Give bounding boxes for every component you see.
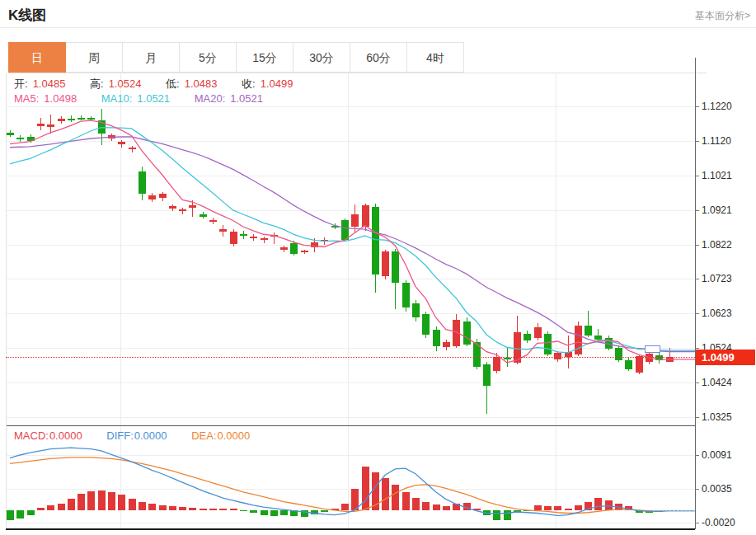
diff-line xyxy=(10,448,695,515)
y-tick xyxy=(695,106,699,107)
y-tick-label: 1.0921 xyxy=(702,204,732,216)
last-price-line xyxy=(6,357,695,358)
low-value: 1.0483 xyxy=(185,77,218,90)
ma10-label: MA10: xyxy=(101,92,133,105)
y-tick-label: 1.0822 xyxy=(702,239,732,251)
open-value: 1.0485 xyxy=(33,77,66,90)
current-candle-marker xyxy=(645,345,660,353)
ma10-value: 1.0521 xyxy=(137,92,170,105)
chart-bottom-border xyxy=(6,528,695,530)
ma20-line xyxy=(10,137,695,352)
macd-y-tick xyxy=(695,523,699,523)
close-label: 收: xyxy=(242,77,256,90)
tab-日[interactable]: 日 xyxy=(8,42,66,73)
y-tick-label: 1.1220 xyxy=(702,101,732,112)
macd-y-tick xyxy=(695,455,699,456)
header-divider xyxy=(0,27,756,28)
chart-left-border xyxy=(6,73,7,528)
dea-label: DEA: xyxy=(191,429,216,442)
fundamental-analysis-link[interactable]: 基本面分析> xyxy=(695,9,750,23)
zero-dashed-line xyxy=(653,510,695,511)
ma5-label: MA5: xyxy=(14,92,39,105)
y-tick-label: 1.0623 xyxy=(702,307,732,319)
high-value: 1.0524 xyxy=(109,77,142,90)
tab-15分[interactable]: 15分 xyxy=(236,42,293,73)
dea-line xyxy=(10,458,695,514)
diff-label: DIFF: xyxy=(106,429,134,442)
tab-60分[interactable]: 60分 xyxy=(350,42,407,73)
tab-5分[interactable]: 5分 xyxy=(179,42,237,73)
y-tick-label: 1.1120 xyxy=(702,135,731,147)
ohlc-legend: 开:1.0485 高:1.0524 低:1.0483 收:1.0499 xyxy=(14,77,298,92)
kline-page: K线图 基本面分析> 日周月5分15分30分60分4时 开:1.0485 高:1… xyxy=(0,0,756,535)
macd-value: 0.0000 xyxy=(49,429,82,442)
macd-legend: MACD:0.0000 DIFF:0.0000 DEA:0.0000 xyxy=(14,429,255,442)
y-tick xyxy=(695,279,699,279)
ma10-line xyxy=(10,128,695,353)
y-tick xyxy=(695,417,699,418)
close-value: 1.0499 xyxy=(261,77,293,90)
y-tick-label: 1.1021 xyxy=(702,170,732,181)
macd-panel[interactable]: MACD:0.0000 DIFF:0.0000 DEA:0.0000 xyxy=(6,426,695,528)
tab-30分[interactable]: 30分 xyxy=(293,42,350,73)
y-tick xyxy=(695,141,699,142)
ma20-label: MA20: xyxy=(195,92,226,105)
y-tick xyxy=(695,210,699,211)
ma20-value: 1.0521 xyxy=(230,92,263,105)
tab-4时[interactable]: 4时 xyxy=(406,42,464,73)
ma5-line xyxy=(10,120,695,363)
low-label: 低: xyxy=(166,77,180,90)
ma5-value: 1.0498 xyxy=(44,92,77,105)
open-label: 开: xyxy=(14,77,28,90)
ma-legend: MA5:1.0498 MA10:1.0521 MA20:1.0521 xyxy=(14,92,268,105)
period-tabbar: 日周月5分15分30分60分4时 xyxy=(8,42,464,73)
tab-周[interactable]: 周 xyxy=(65,42,123,73)
diff-value: 0.0000 xyxy=(134,429,167,442)
macd-y-tick-label: -0.0020 xyxy=(702,517,735,528)
high-label: 高: xyxy=(90,77,104,90)
macd-y-tick-label: 0.0035 xyxy=(702,483,732,495)
page-title: K线图 xyxy=(8,6,46,25)
macd-y-tick-label: 0.0091 xyxy=(702,449,732,461)
tab-月[interactable]: 月 xyxy=(122,42,180,73)
ma-lines-svg xyxy=(6,73,695,425)
macd-label: MACD: xyxy=(14,429,49,442)
macd-y-tick xyxy=(695,489,699,490)
y-axis-gutter: 1.0499 1.12201.11201.10211.09211.08221.0… xyxy=(695,73,756,529)
last-price-badge: 1.0499 xyxy=(696,350,755,365)
main-chart-panel[interactable]: 开:1.0485 高:1.0524 低:1.0483 收:1.0499 MA5:… xyxy=(6,73,695,425)
y-tick xyxy=(695,382,699,383)
y-tick-label: 1.0325 xyxy=(702,411,732,423)
y-tick xyxy=(695,176,699,176)
dea-value: 0.0000 xyxy=(218,429,251,442)
y-tick xyxy=(695,245,699,246)
y-tick-label: 1.0723 xyxy=(702,273,732,284)
y-tick xyxy=(695,313,699,314)
y-tick-label: 1.0424 xyxy=(702,377,732,388)
panel-separator xyxy=(6,425,695,426)
